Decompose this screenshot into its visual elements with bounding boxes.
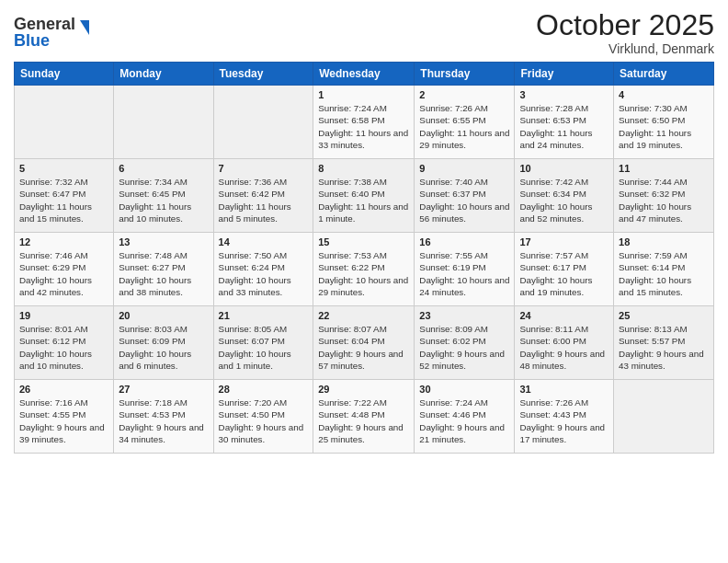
calendar-cell: 29Sunrise: 7:22 AMSunset: 4:48 PMDayligh…	[313, 380, 415, 454]
calendar-cell: 14Sunrise: 7:50 AMSunset: 6:24 PMDayligh…	[213, 233, 313, 306]
cell-day-number: 16	[419, 236, 509, 247]
calendar-cell: 19Sunrise: 8:01 AMSunset: 6:12 PMDayligh…	[15, 306, 114, 380]
calendar-cell: 27Sunrise: 7:18 AMSunset: 4:53 PMDayligh…	[114, 380, 213, 454]
calendar-cell: 25Sunrise: 8:13 AMSunset: 5:57 PMDayligh…	[614, 306, 714, 380]
cell-info: Sunrise: 7:26 AMSunset: 4:43 PMDaylight:…	[519, 396, 609, 445]
cell-info: Sunrise: 8:01 AMSunset: 6:12 PMDaylight:…	[19, 323, 108, 372]
calendar-cell: 16Sunrise: 7:55 AMSunset: 6:19 PMDayligh…	[415, 233, 515, 306]
cell-day-number: 9	[419, 163, 509, 174]
cell-day-number: 30	[419, 384, 509, 395]
subtitle: Virklund, Denmark	[536, 41, 714, 56]
calendar-cell: 10Sunrise: 7:42 AMSunset: 6:34 PMDayligh…	[515, 159, 614, 233]
cell-info: Sunrise: 7:22 AMSunset: 4:48 PMDaylight:…	[318, 396, 409, 445]
calendar-cell	[15, 86, 114, 159]
page: General Blue October 2025 Virklund, Denm…	[0, 0, 728, 563]
calendar-table: Sunday Monday Tuesday Wednesday Thursday…	[14, 62, 714, 454]
cell-info: Sunrise: 7:44 AMSunset: 6:32 PMDaylight:…	[619, 176, 709, 224]
cell-day-number: 3	[519, 89, 609, 100]
cell-day-number: 4	[619, 89, 709, 100]
calendar-cell: 7Sunrise: 7:36 AMSunset: 6:42 PMDaylight…	[213, 159, 313, 233]
calendar-cell	[213, 86, 313, 159]
calendar-cell: 12Sunrise: 7:46 AMSunset: 6:29 PMDayligh…	[15, 233, 114, 306]
cell-day-number: 7	[219, 163, 309, 174]
col-wednesday: Wednesday	[313, 63, 415, 86]
cell-info: Sunrise: 7:32 AMSunset: 6:47 PMDaylight:…	[19, 176, 108, 224]
cell-day-number: 25	[619, 310, 709, 321]
calendar-cell: 1Sunrise: 7:24 AMSunset: 6:58 PMDaylight…	[313, 86, 415, 159]
cell-info: Sunrise: 8:05 AMSunset: 6:07 PMDaylight:…	[219, 323, 309, 372]
week-row-1: 1Sunrise: 7:24 AMSunset: 6:58 PMDaylight…	[15, 86, 714, 159]
calendar-cell: 2Sunrise: 7:26 AMSunset: 6:55 PMDaylight…	[415, 86, 515, 159]
cell-day-number: 14	[219, 236, 309, 247]
cell-day-number: 22	[318, 310, 409, 321]
calendar-cell: 5Sunrise: 7:32 AMSunset: 6:47 PMDaylight…	[15, 159, 114, 233]
cell-day-number: 18	[619, 236, 709, 247]
cell-info: Sunrise: 7:24 AMSunset: 4:46 PMDaylight:…	[419, 396, 509, 445]
cell-info: Sunrise: 7:42 AMSunset: 6:34 PMDaylight:…	[519, 176, 609, 224]
cell-day-number: 29	[318, 384, 409, 395]
cell-day-number: 12	[19, 236, 108, 247]
calendar-cell: 20Sunrise: 8:03 AMSunset: 6:09 PMDayligh…	[114, 306, 213, 380]
cell-info: Sunrise: 7:18 AMSunset: 4:53 PMDaylight:…	[119, 396, 208, 445]
cell-info: Sunrise: 8:03 AMSunset: 6:09 PMDaylight:…	[119, 323, 208, 372]
col-saturday: Saturday	[614, 63, 714, 86]
cell-info: Sunrise: 7:59 AMSunset: 6:14 PMDaylight:…	[619, 249, 709, 298]
cell-info: Sunrise: 7:26 AMSunset: 6:55 PMDaylight:…	[419, 102, 509, 151]
cell-day-number: 2	[419, 89, 509, 100]
cell-day-number: 28	[219, 384, 309, 395]
calendar-cell: 13Sunrise: 7:48 AMSunset: 6:27 PMDayligh…	[114, 233, 213, 306]
header: General Blue October 2025 Virklund, Denm…	[14, 9, 714, 56]
cell-info: Sunrise: 7:28 AMSunset: 6:53 PMDaylight:…	[519, 102, 609, 151]
cell-info: Sunrise: 8:11 AMSunset: 6:00 PMDaylight:…	[519, 323, 609, 372]
cell-info: Sunrise: 7:20 AMSunset: 4:50 PMDaylight:…	[219, 396, 309, 445]
col-sunday: Sunday	[15, 63, 114, 86]
week-row-2: 5Sunrise: 7:32 AMSunset: 6:47 PMDaylight…	[15, 159, 714, 233]
calendar-cell	[614, 380, 714, 454]
calendar-cell: 17Sunrise: 7:57 AMSunset: 6:17 PMDayligh…	[515, 233, 614, 306]
calendar-cell: 22Sunrise: 8:07 AMSunset: 6:04 PMDayligh…	[313, 306, 415, 380]
cell-info: Sunrise: 7:48 AMSunset: 6:27 PMDaylight:…	[119, 249, 208, 298]
calendar-cell: 3Sunrise: 7:28 AMSunset: 6:53 PMDaylight…	[515, 86, 614, 159]
cell-info: Sunrise: 7:34 AMSunset: 6:45 PMDaylight:…	[119, 176, 208, 224]
cell-day-number: 26	[19, 384, 108, 395]
calendar-cell: 8Sunrise: 7:38 AMSunset: 6:40 PMDaylight…	[313, 159, 415, 233]
cell-day-number: 20	[119, 310, 208, 321]
calendar-cell: 6Sunrise: 7:34 AMSunset: 6:45 PMDaylight…	[114, 159, 213, 233]
cell-day-number: 6	[119, 163, 208, 174]
calendar-cell: 4Sunrise: 7:30 AMSunset: 6:50 PMDaylight…	[614, 86, 714, 159]
calendar-header-row: Sunday Monday Tuesday Wednesday Thursday…	[15, 63, 714, 86]
calendar-cell	[114, 86, 213, 159]
cell-day-number: 10	[519, 163, 609, 174]
cell-info: Sunrise: 7:57 AMSunset: 6:17 PMDaylight:…	[519, 249, 609, 298]
svg-marker-2	[80, 20, 89, 35]
calendar-cell: 23Sunrise: 8:09 AMSunset: 6:02 PMDayligh…	[415, 306, 515, 380]
cell-day-number: 23	[419, 310, 509, 321]
calendar-cell: 11Sunrise: 7:44 AMSunset: 6:32 PMDayligh…	[614, 159, 714, 233]
cell-day-number: 15	[318, 236, 409, 247]
logo-svg: General Blue	[14, 9, 97, 53]
cell-info: Sunrise: 7:40 AMSunset: 6:37 PMDaylight:…	[419, 176, 509, 224]
col-thursday: Thursday	[415, 63, 515, 86]
cell-day-number: 19	[19, 310, 108, 321]
cell-info: Sunrise: 7:38 AMSunset: 6:40 PMDaylight:…	[318, 176, 409, 224]
cell-day-number: 1	[318, 89, 409, 100]
calendar-cell: 9Sunrise: 7:40 AMSunset: 6:37 PMDaylight…	[415, 159, 515, 233]
cell-day-number: 8	[318, 163, 409, 174]
week-row-4: 19Sunrise: 8:01 AMSunset: 6:12 PMDayligh…	[15, 306, 714, 380]
week-row-5: 26Sunrise: 7:16 AMSunset: 4:55 PMDayligh…	[15, 380, 714, 454]
cell-day-number: 13	[119, 236, 208, 247]
calendar-cell: 28Sunrise: 7:20 AMSunset: 4:50 PMDayligh…	[213, 380, 313, 454]
cell-info: Sunrise: 8:09 AMSunset: 6:02 PMDaylight:…	[419, 323, 509, 372]
week-row-3: 12Sunrise: 7:46 AMSunset: 6:29 PMDayligh…	[15, 233, 714, 306]
col-monday: Monday	[114, 63, 213, 86]
cell-day-number: 24	[519, 310, 609, 321]
cell-info: Sunrise: 7:50 AMSunset: 6:24 PMDaylight:…	[219, 249, 309, 298]
calendar-cell: 30Sunrise: 7:24 AMSunset: 4:46 PMDayligh…	[415, 380, 515, 454]
col-friday: Friday	[515, 63, 614, 86]
cell-day-number: 5	[19, 163, 108, 174]
cell-day-number: 17	[519, 236, 609, 247]
calendar-cell: 18Sunrise: 7:59 AMSunset: 6:14 PMDayligh…	[614, 233, 714, 306]
cell-info: Sunrise: 8:13 AMSunset: 5:57 PMDaylight:…	[619, 323, 709, 372]
cell-info: Sunrise: 7:53 AMSunset: 6:22 PMDaylight:…	[318, 249, 409, 298]
cell-info: Sunrise: 7:46 AMSunset: 6:29 PMDaylight:…	[19, 249, 108, 298]
